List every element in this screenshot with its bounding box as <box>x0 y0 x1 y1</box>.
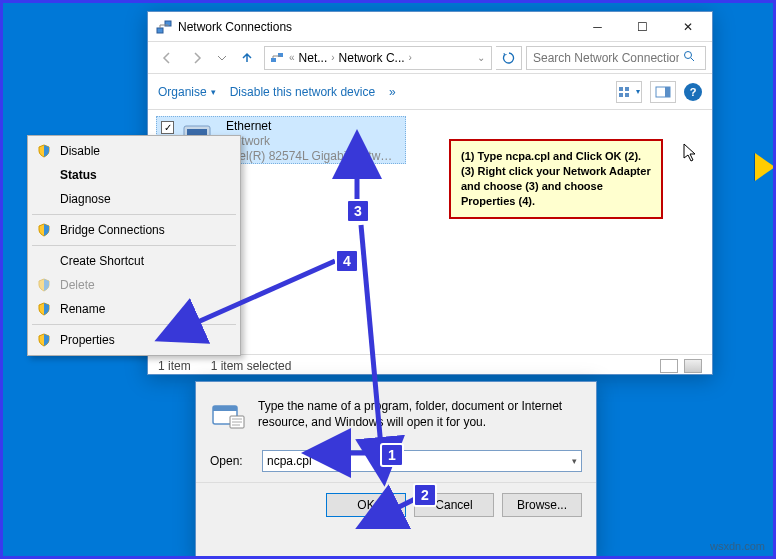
address-bar: « Net... › Network C... › ⌄ <box>148 42 712 74</box>
separator <box>32 214 236 215</box>
ctx-bridge[interactable]: Bridge Connections <box>30 218 238 242</box>
large-icons-view-icon[interactable] <box>684 359 702 373</box>
status-selected: 1 item selected <box>211 359 292 373</box>
shield-icon <box>36 222 52 238</box>
breadcrumb-seg[interactable]: Net... <box>299 51 328 65</box>
adapter-checkbox[interactable]: ✓ <box>161 121 174 134</box>
adapter-device: Intel(R) 82574L Gigabit Network C... <box>226 149 396 164</box>
disable-device-button[interactable]: Disable this network device <box>230 85 375 99</box>
status-bar: 1 item 1 item selected <box>148 354 712 376</box>
ctx-diagnose[interactable]: Diagnose <box>30 187 238 211</box>
organise-menu[interactable]: Organise ▾ <box>158 85 216 99</box>
up-button[interactable] <box>234 45 260 71</box>
ctx-rename[interactable]: Rename <box>30 297 238 321</box>
arrow-up-icon <box>239 50 255 66</box>
ctx-delete: Delete <box>30 273 238 297</box>
network-icon <box>156 19 172 35</box>
shield-icon <box>36 277 52 293</box>
svg-rect-8 <box>625 93 629 97</box>
separator <box>32 324 236 325</box>
badge-4: 4 <box>335 249 359 273</box>
command-bar: Organise ▾ Disable this network device »… <box>148 74 712 110</box>
search-icon <box>683 50 695 65</box>
forward-button[interactable] <box>184 45 210 71</box>
svg-rect-7 <box>619 93 623 97</box>
window-title: Network Connections <box>178 20 575 34</box>
svg-rect-16 <box>213 406 237 411</box>
cursor-icon <box>683 143 699 167</box>
breadcrumb-seg[interactable]: Network C... <box>339 51 405 65</box>
run-description: Type the name of a program, folder, docu… <box>258 398 582 434</box>
more-commands[interactable]: » <box>389 85 396 99</box>
view-options-button[interactable]: ▾ <box>616 81 642 103</box>
svg-rect-10 <box>665 87 670 97</box>
thumbnails-icon <box>618 86 634 98</box>
svg-rect-5 <box>619 87 623 91</box>
open-label: Open: <box>210 454 254 468</box>
instruction-box: (1) Type ncpa.cpl and Click OK (2). (3) … <box>449 139 663 219</box>
ctx-properties[interactable]: Properties <box>30 328 238 352</box>
pane-icon <box>655 86 671 98</box>
svg-rect-2 <box>271 58 276 62</box>
svg-rect-0 <box>157 28 163 33</box>
separator <box>32 245 236 246</box>
svg-point-4 <box>685 52 692 59</box>
shield-icon <box>36 301 52 317</box>
ok-button[interactable]: OK <box>326 493 406 517</box>
search-input[interactable] <box>533 51 679 65</box>
run-dialog: Type the name of a program, folder, docu… <box>195 381 597 559</box>
shield-icon <box>36 332 52 348</box>
status-count: 1 item <box>158 359 191 373</box>
network-folder-icon <box>269 50 285 66</box>
watermark: wsxdn.com <box>710 540 765 552</box>
minimize-button[interactable]: ─ <box>575 13 620 41</box>
ctx-disable[interactable]: Disable <box>30 139 238 163</box>
arrow-right-icon <box>189 50 205 66</box>
edge-arrow-icon <box>755 153 775 181</box>
shield-icon <box>36 143 52 159</box>
help-button[interactable]: ? <box>684 83 702 101</box>
arrow-left-icon <box>159 50 175 66</box>
titlebar[interactable]: Network Connections ─ ☐ ✕ <box>148 12 712 42</box>
badge-1: 1 <box>380 443 404 467</box>
ctx-create-shortcut[interactable]: Create Shortcut <box>30 249 238 273</box>
chevron-down-icon <box>217 53 227 63</box>
open-input-value[interactable]: ncpa.cpl <box>267 454 312 468</box>
browse-button[interactable]: Browse... <box>502 493 582 517</box>
open-combobox[interactable]: ncpa.cpl ▾ <box>262 450 582 472</box>
breadcrumb[interactable]: « Net... › Network C... › ⌄ <box>264 46 492 70</box>
run-icon <box>210 398 246 434</box>
back-button[interactable] <box>154 45 180 71</box>
badge-2: 2 <box>413 483 437 507</box>
chevron-down-icon[interactable]: ▾ <box>572 456 577 466</box>
context-menu: Disable Status Diagnose Bridge Connectio… <box>27 135 241 356</box>
svg-rect-6 <box>625 87 629 91</box>
refresh-button[interactable] <box>496 46 522 70</box>
adapter-status: Network <box>226 134 396 149</box>
adapter-name: Ethernet <box>226 119 396 134</box>
preview-pane-button[interactable] <box>650 81 676 103</box>
ctx-status[interactable]: Status <box>30 163 238 187</box>
details-view-icon[interactable] <box>660 359 678 373</box>
search-box[interactable] <box>526 46 706 70</box>
badge-3: 3 <box>346 199 370 223</box>
recent-dropdown[interactable] <box>214 45 230 71</box>
close-button[interactable]: ✕ <box>665 13 710 41</box>
refresh-icon <box>502 51 516 65</box>
maximize-button[interactable]: ☐ <box>620 13 665 41</box>
